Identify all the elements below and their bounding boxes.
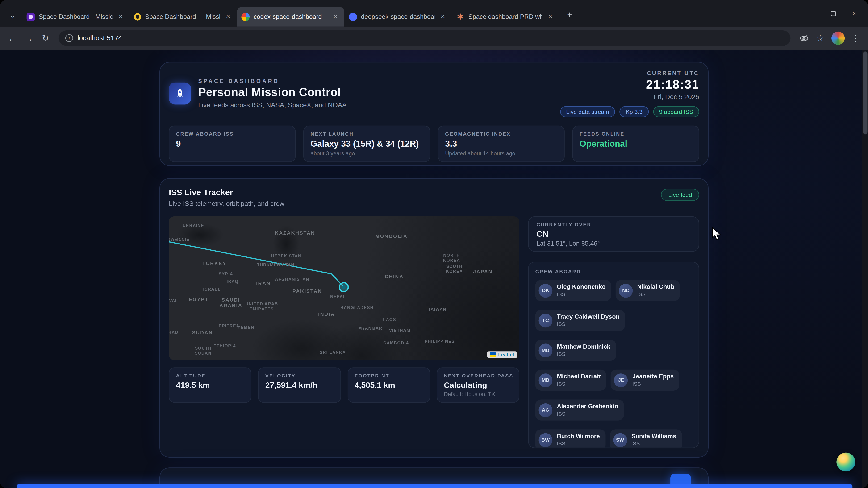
browser-tab[interactable]: deepseek-space-dashboard-2× (344, 7, 452, 26)
forward-button[interactable]: → (21, 30, 36, 46)
crew-name: Tracy Caldwell Dyson (557, 313, 619, 321)
stat-value: Galaxy 33 (15R) & 34 (12R) (311, 139, 423, 149)
map-country-label: UNITED ARAB EMIRATES (245, 301, 278, 311)
crew-craft: ISS (631, 441, 677, 447)
browser-tab[interactable]: Space dashboard PRD with live× (452, 7, 559, 26)
currently-over-country: CN (536, 229, 691, 238)
crew-label: CREW ABOARD (535, 269, 692, 274)
crew-name: Sunita Williams (631, 433, 677, 441)
bookmark-star-icon[interactable]: ☆ (813, 30, 828, 46)
stat-label: CREW ABOARD ISS (176, 131, 288, 136)
crew-avatar: OK (539, 284, 553, 297)
tracking-protection-icon[interactable] (796, 30, 812, 46)
mouse-cursor (712, 227, 722, 241)
header-stats-row: CREW ABOARD ISS9NEXT LAUNCHGalaxy 33 (15… (169, 126, 699, 162)
browser-tab[interactable]: Space Dashboard - Mission Co× (22, 7, 129, 26)
stat-value: 9 (176, 139, 288, 149)
page-subtitle: Live feeds across ISS, NASA, SpaceX, and… (198, 101, 346, 109)
map-country-label: TAIWAN (428, 307, 446, 312)
tab-close-icon[interactable]: × (116, 12, 125, 21)
tab-strip: ⌄ Space Dashboard - Mission Co×Space Das… (0, 0, 868, 27)
tab-title: deepseek-space-dashboard-2 (361, 13, 434, 20)
clock-date: Fri, Dec 5 2025 (560, 93, 699, 101)
crew-craft: ISS (557, 441, 600, 447)
telemetry-card: VELOCITY27,591.4 km/h (258, 367, 341, 403)
tab-close-icon[interactable]: × (224, 12, 232, 21)
tab-search-icon[interactable]: ⌄ (5, 8, 20, 22)
map-country-label: YEMEN (238, 325, 254, 330)
url-text: localhost:5174 (78, 34, 122, 42)
telemetry-label: FOOTPRINT (354, 373, 423, 379)
status-badge: Kp 3.3 (620, 106, 649, 118)
site-info-icon[interactable]: i (65, 34, 73, 42)
tab-close-icon[interactable]: × (331, 12, 340, 21)
map-country-label: PHILIPPINES (425, 339, 455, 344)
crew-avatar: BW (539, 433, 553, 447)
reload-button[interactable]: ↻ (38, 30, 53, 46)
map-country-label: PAKISTAN (292, 288, 322, 294)
page-scrollbar[interactable] (862, 50, 868, 488)
telemetry-value: 419.5 km (176, 381, 244, 390)
app-eyebrow: SPACE DASHBOARD (198, 78, 346, 84)
address-bar[interactable]: i localhost:5174 (59, 30, 790, 46)
crew-avatar: AG (539, 403, 553, 417)
map-country-label: LIBYA (169, 299, 177, 304)
close-window-button[interactable]: × (844, 0, 865, 27)
tracker-subtitle: Live ISS telemetry, orbit path, and crew (169, 200, 284, 207)
live-feed-badge: Live feed (661, 189, 699, 201)
new-tab-button[interactable]: + (562, 8, 577, 22)
browser-tab[interactable]: Space Dashboard — Mission C× (129, 7, 237, 26)
currently-over-panel: CURRENTLY OVER CN Lat 31.51°, Lon 85.46° (528, 217, 699, 252)
stat-label: NEXT LAUNCH (311, 131, 423, 136)
tab-favicon-icon (456, 12, 464, 21)
crew-member: TCTracy Caldwell DysonISS (535, 310, 625, 331)
map-country-label: ISRAEL (203, 287, 220, 292)
back-button[interactable]: ← (4, 30, 20, 46)
crew-avatar: MB (539, 373, 553, 387)
stat-label: GEOMAGNETIC INDEX (445, 131, 557, 136)
telemetry-label: ALTITUDE (176, 373, 244, 379)
map-country-label: NEPAL (330, 294, 346, 299)
map-country-label: SOUTH SUDAN (195, 346, 212, 356)
crew-name: Michael Barratt (557, 373, 601, 381)
page-viewport: SPACE DASHBOARD Personal Mission Control… (0, 50, 868, 488)
crew-avatar: NC (619, 284, 633, 297)
map-country-label: MYANMAR (358, 325, 382, 330)
bottom-accent-bar (17, 484, 852, 488)
map-country-label: BANGLADESH (340, 305, 374, 310)
map-country-label: EGYPT (189, 297, 209, 302)
scrollbar-thumb[interactable] (863, 52, 867, 134)
stat-card: CREW ABOARD ISS9 (169, 126, 296, 162)
leaflet-attribution[interactable]: Leaflet (487, 351, 517, 358)
floating-action-button[interactable] (836, 453, 855, 471)
iss-map[interactable]: UKRAINEROMANIAKAZAKHSTANMONGOLIATURKEYUZ… (169, 217, 519, 360)
telemetry-card: FOOTPRINT4,505.1 km (347, 367, 430, 403)
status-badges: Live data streamKp 3.39 aboard ISS (560, 106, 699, 118)
stat-value: 3.3 (445, 139, 557, 149)
telemetry-card: ALTITUDE419.5 km (169, 367, 251, 403)
flag-icon (490, 352, 496, 357)
telemetry-value: Calculating (444, 381, 512, 390)
orbit-path (169, 217, 519, 360)
stat-note: about 3 years ago (311, 151, 423, 157)
maximize-button[interactable] (823, 0, 843, 27)
minimize-button[interactable]: – (802, 0, 823, 27)
crew-member: OKOleg KononenkoISS (535, 280, 611, 301)
crew-name: Matthew Dominick (557, 343, 611, 351)
map-country-label: TURKMENISTAN (257, 263, 294, 268)
crew-craft: ISS (637, 291, 674, 297)
tracker-title: ISS Live Tracker (169, 188, 284, 197)
map-country-label: IRAQ (227, 280, 239, 284)
tab-close-icon[interactable]: × (546, 12, 555, 21)
browser-menu-icon[interactable]: ⋮ (848, 30, 864, 46)
mission-header-card: SPACE DASHBOARD Personal Mission Control… (159, 62, 709, 166)
map-country-label: TURKEY (203, 260, 226, 266)
tab-close-icon[interactable]: × (438, 12, 447, 21)
browser-tab[interactable]: codex-space-dashboard× (237, 7, 344, 26)
map-country-label: SYRIA (219, 271, 233, 276)
crew-list: OKOleg KononenkoISSNCNikolai ChubISSTCTr… (535, 280, 692, 448)
crew-avatar: MD (539, 343, 553, 357)
map-country-label: ERITREA (219, 323, 240, 328)
status-badge: 9 aboard ISS (653, 106, 699, 118)
profile-avatar[interactable] (832, 32, 845, 45)
